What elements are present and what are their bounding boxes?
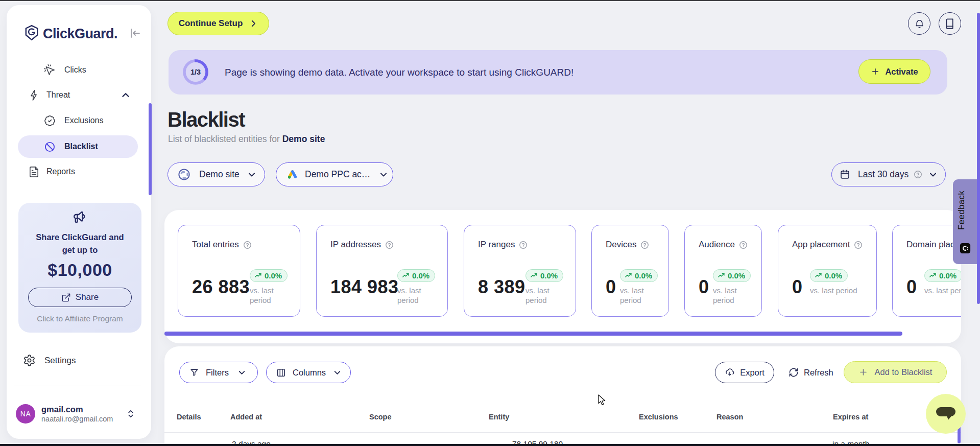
stat-card-caption: vs. last period <box>810 286 876 295</box>
chevron-down-icon <box>928 170 938 180</box>
stat-card-delta: 0.0% <box>412 271 429 280</box>
stat-card-value: 0 <box>699 276 709 298</box>
google-ads-icon <box>287 169 298 180</box>
stat-card-label: Total entries <box>192 240 239 250</box>
add-to-blacklist-button[interactable]: Add to Blacklist <box>844 361 947 383</box>
feedback-tab[interactable]: Feedback <box>953 179 977 264</box>
activate-button[interactable]: Activate <box>858 59 930 84</box>
sidebar-item-threat[interactable]: Threat <box>18 84 138 106</box>
settings-label: Settings <box>44 356 76 366</box>
chevron-down-icon <box>247 170 257 180</box>
share-button[interactable]: Share <box>28 288 132 307</box>
stat-card-delta-badge: 0.0% <box>250 269 288 282</box>
help-circle-icon <box>640 241 649 249</box>
sidebar-item-settings[interactable]: Settings <box>23 354 76 367</box>
help-circle-icon <box>243 241 252 249</box>
sidebar-item-clicks[interactable]: Clicks <box>18 59 138 81</box>
filters-button-label: Filters <box>206 368 229 378</box>
mouse-cursor <box>596 394 608 409</box>
share-button-label: Share <box>76 292 99 302</box>
notifications-button[interactable] <box>908 12 930 35</box>
site-selector[interactable]: Demo site <box>168 162 265 186</box>
date-range-selector[interactable]: Last 30 days <box>831 162 946 186</box>
sidebar-item-blacklist[interactable]: Blacklist <box>18 135 138 158</box>
stat-card-delta: 0.0% <box>825 271 842 280</box>
stat-card-ip-addresses: IP addresses 184 983 0.0% vs. last perio… <box>316 225 448 317</box>
account-email: naatali.ro@gmail.com <box>41 415 113 423</box>
stat-card-value: 0 <box>606 276 616 298</box>
stat-card-caption: vs. last period <box>397 286 441 305</box>
stat-card-delta-badge: 0.0% <box>810 269 848 282</box>
page-subtitle-site: Demo site <box>282 134 325 144</box>
stat-card-value: 26 883 <box>192 276 250 298</box>
sidebar-item-reports[interactable]: Reports <box>18 160 138 183</box>
avatar: NA <box>16 404 35 424</box>
promo-amount: $10,000 <box>18 260 141 280</box>
stat-card-caption: vs. last period <box>250 286 294 305</box>
app-root: ClickGuard. Clicks T <box>0 0 980 446</box>
sidebar-item-exclusions[interactable]: Exclusions <box>18 109 138 132</box>
help-circle-icon <box>385 241 394 249</box>
logo[interactable]: ClickGuard. <box>25 25 118 43</box>
funnel-icon <box>189 368 199 378</box>
stat-card-delta: 0.0% <box>939 271 957 280</box>
help-circle-icon <box>519 241 528 249</box>
columns-icon <box>276 368 286 378</box>
continue-setup-button[interactable]: Continue Setup <box>168 12 269 35</box>
banner-message: Page is showing demo data. Activate your… <box>225 67 573 78</box>
trending-up-icon <box>815 272 822 279</box>
stat-card-delta-badge: 0.0% <box>620 269 658 282</box>
sidebar-item-label: Threat <box>46 90 70 100</box>
book-icon <box>944 18 956 30</box>
stat-card-label: Devices <box>606 240 636 250</box>
document-icon <box>28 166 40 178</box>
refresh-icon <box>788 367 799 378</box>
sidebar-collapse-button[interactable] <box>129 27 141 39</box>
stat-card-label: Audience <box>699 240 735 250</box>
account-switcher[interactable]: NA gmail.com naatali.ro@gmail.com <box>14 403 139 425</box>
stats-horizontal-scrollbar[interactable] <box>164 332 902 336</box>
badge-check-icon <box>43 114 56 127</box>
ppc-account-selector[interactable]: Demo PPC ac… <box>276 162 393 186</box>
promo-text-line2: get up to <box>18 245 141 255</box>
refresh-button[interactable]: Refresh <box>784 362 838 383</box>
export-button-label: Export <box>740 368 764 378</box>
window-top-edge <box>0 0 980 1</box>
stat-card-app-placement: App placement 0 0.0% vs. last period <box>778 225 877 317</box>
table-header-divider <box>164 432 961 433</box>
sidebar-item-label: Exclusions <box>64 116 103 125</box>
plus-icon <box>871 67 880 76</box>
sidebar-scrollbar[interactable] <box>149 103 152 195</box>
stat-card-delta-badge: 0.0% <box>924 269 961 282</box>
column-header-expires-at[interactable]: Expires at <box>833 413 868 421</box>
stat-card-value: 8 389 <box>478 276 525 298</box>
refresh-button-label: Refresh <box>804 368 833 378</box>
stat-card-value: 0 <box>906 276 917 298</box>
knowledge-base-button[interactable] <box>939 12 961 35</box>
stat-card-delta: 0.0% <box>728 271 745 280</box>
ban-icon <box>43 140 56 153</box>
plus-icon <box>858 367 868 377</box>
stat-card-delta: 0.0% <box>635 271 652 280</box>
column-header-entity[interactable]: Entity <box>489 413 509 421</box>
column-header-exclusions[interactable]: Exclusions <box>639 413 678 421</box>
page-scrollbar[interactable] <box>977 13 980 304</box>
cloud-download-icon <box>725 367 735 378</box>
blacklist-table-panel: Filters Columns Export <box>164 346 961 446</box>
chevron-up-icon[interactable] <box>120 89 131 103</box>
stat-card-caption: vs. last period <box>525 286 569 305</box>
logo-text: ClickGuard <box>43 26 114 42</box>
date-range-value: Last 30 days <box>858 169 909 180</box>
column-header-added-at[interactable]: Added at <box>230 413 262 421</box>
column-header-reason[interactable]: Reason <box>716 413 743 421</box>
filters-button[interactable]: Filters <box>179 362 258 383</box>
chat-launcher-button[interactable] <box>926 394 966 434</box>
export-button[interactable]: Export <box>715 362 774 383</box>
affiliate-link[interactable]: Click to Affiliate Program <box>18 314 141 323</box>
column-header-details[interactable]: Details <box>177 413 201 421</box>
stat-card-label: IP ranges <box>478 240 515 250</box>
columns-button[interactable]: Columns <box>266 362 351 383</box>
sidebar-item-label: Reports <box>46 167 75 176</box>
cursor-click-icon <box>43 64 56 76</box>
column-header-scope[interactable]: Scope <box>369 413 392 421</box>
